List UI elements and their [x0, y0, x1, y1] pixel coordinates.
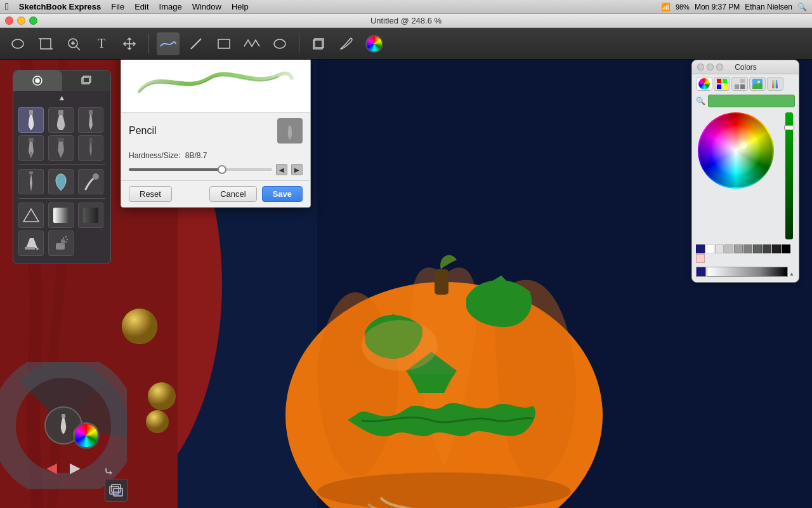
brush-properties-dialog: Brush Properties Pencil — [121, 35, 311, 208]
arrow-pointer-tool[interactable]: ⤷ — [103, 464, 114, 479]
hardness-label: Hardness/Size: 8B/8.7 — [129, 151, 303, 160]
gradient-tool[interactable] — [48, 203, 74, 228]
layers-tab[interactable] — [62, 70, 111, 91]
sharp-tool[interactable] — [18, 169, 44, 194]
hardness-slider-track[interactable] — [129, 168, 272, 171]
spray-tool[interactable] — [48, 231, 74, 256]
pencil-tool-2[interactable] — [48, 107, 74, 133]
color-window-controls — [697, 64, 723, 70]
swatch-pink[interactable] — [696, 254, 705, 263]
crop-tool[interactable] — [34, 32, 57, 55]
mini-color-wheel[interactable] — [73, 422, 100, 449]
svg-rect-38 — [89, 138, 93, 143]
svg-rect-37 — [58, 138, 64, 142]
smudge-tool[interactable] — [78, 169, 103, 194]
fill-tool[interactable] — [18, 231, 44, 256]
pencil-tool-1[interactable] — [18, 107, 44, 133]
svg-rect-70 — [114, 488, 122, 496]
svg-point-40 — [93, 173, 99, 180]
color-close-button[interactable] — [697, 64, 704, 70]
svg-rect-46 — [61, 239, 65, 244]
active-color-indicator[interactable] — [696, 267, 706, 277]
color-grid1-tab[interactable] — [714, 77, 730, 91]
svg-point-49 — [65, 236, 67, 237]
brightness-slider[interactable] — [785, 112, 793, 239]
layer-mini-button[interactable] — [105, 479, 128, 502]
color-swatches-row — [692, 243, 799, 264]
edit-menu[interactable]: Edit — [134, 2, 148, 11]
swatch-medium-gray[interactable] — [724, 244, 733, 253]
swatch-near-black[interactable] — [772, 244, 781, 253]
image-menu[interactable]: Image — [159, 2, 182, 11]
color-min-button[interactable] — [707, 64, 714, 70]
search-icon[interactable]: 🔍 — [797, 3, 807, 11]
color-wheel-container — [692, 109, 799, 243]
swatch-dark-blue[interactable] — [696, 244, 705, 253]
marker-tool-1[interactable] — [18, 135, 44, 161]
panel-expand-arrow[interactable]: ▲ — [13, 91, 110, 105]
color-gradient-bar[interactable] — [707, 267, 788, 277]
marker-tool-3[interactable] — [78, 135, 103, 161]
dropper-tool[interactable] — [48, 169, 74, 194]
swatch-mid-gray[interactable] — [743, 244, 752, 253]
apple-menu[interactable]:  — [5, 1, 9, 13]
svg-rect-35 — [89, 110, 93, 115]
color-max-button[interactable] — [716, 64, 723, 70]
separator-2 — [299, 34, 299, 53]
color-wheel-svg[interactable] — [698, 112, 774, 189]
dark-gradient-tool[interactable] — [78, 203, 103, 228]
slider-increase-button[interactable]: ▶ — [291, 164, 303, 175]
cancel-button[interactable]: Cancel — [209, 186, 256, 202]
text-tool[interactable]: T — [90, 32, 113, 55]
pencil-tool-3[interactable] — [78, 107, 103, 133]
color-crayon-tab[interactable] — [767, 77, 783, 91]
color-grid2-tab[interactable] — [731, 77, 748, 91]
triangle-tool[interactable] — [18, 203, 44, 228]
ellipse-tool[interactable] — [268, 32, 291, 55]
help-menu[interactable]: Help — [232, 2, 249, 11]
reset-button[interactable]: Reset — [129, 186, 172, 202]
brightness-thumb[interactable] — [784, 125, 794, 130]
swatch-light-gray[interactable] — [715, 244, 724, 253]
layers-button[interactable] — [307, 32, 330, 55]
svg-point-48 — [63, 237, 64, 239]
separator-1 — [148, 34, 149, 53]
swatch-white[interactable] — [705, 244, 714, 253]
slider-thumb[interactable] — [218, 165, 226, 174]
swatch-darker[interactable] — [763, 244, 771, 253]
undo-button[interactable]: ◀ — [46, 460, 57, 476]
lasso-tool[interactable] — [6, 32, 29, 55]
maximize-button[interactable] — [29, 17, 37, 25]
swatch-gray[interactable] — [734, 244, 743, 253]
save-button[interactable]: Save — [262, 186, 303, 202]
color-image-tab[interactable] — [749, 77, 766, 91]
color-bar-handle[interactable]: ▲ — [789, 267, 795, 277]
move-tool[interactable] — [118, 32, 141, 55]
brush-stroke-tool[interactable] — [157, 32, 180, 55]
swatch-black[interactable] — [782, 244, 790, 253]
color-wheel-tab[interactable] — [696, 77, 712, 91]
marker-tool-2[interactable] — [48, 135, 74, 161]
file-menu[interactable]: File — [111, 2, 124, 11]
svg-point-65 — [742, 144, 745, 147]
slider-decrease-button[interactable]: ◀ — [276, 164, 287, 175]
brush-settings-button[interactable] — [335, 32, 358, 55]
redo-button[interactable]: ▶ — [70, 460, 81, 476]
brushes-tab[interactable] — [13, 70, 62, 91]
window-title: Untitled @ 248.6 % — [370, 16, 442, 25]
tool-separator-1 — [18, 164, 105, 165]
swatch-dark-gray[interactable] — [753, 244, 762, 253]
window-menu[interactable]: Window — [192, 2, 221, 11]
svg-rect-36 — [29, 138, 34, 142]
color-picker-button[interactable] — [363, 32, 386, 55]
app-name-menu[interactable]: SketchBook Express — [19, 2, 101, 11]
svg-rect-67 — [62, 414, 65, 418]
line-tool[interactable] — [185, 32, 207, 55]
svg-rect-44 — [25, 247, 35, 250]
minimize-button[interactable] — [17, 17, 25, 25]
rect-tool[interactable] — [213, 32, 235, 55]
current-color-swatch[interactable] — [708, 95, 795, 107]
close-button[interactable] — [5, 17, 13, 25]
zoom-tool[interactable] — [62, 32, 85, 55]
wave-tool[interactable] — [240, 32, 263, 55]
